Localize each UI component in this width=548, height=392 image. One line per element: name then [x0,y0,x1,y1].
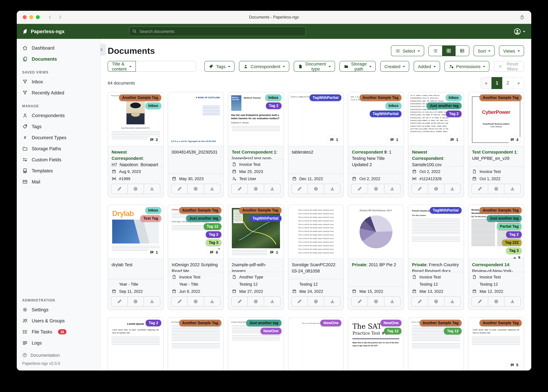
document-thumbnail[interactable]: CyberPowerPowerPanel® Business EditionUs… [469,92,524,146]
document-title[interactable]: Newest Correspondent: H7_Napoleon_Bonapa… [108,146,163,166]
comment-count-badge[interactable]: 4 [507,136,521,143]
document-thumbnail[interactable]: Test NameAnother Sample Tag [168,318,224,371]
sidebar-collapse-button[interactable] [101,44,106,56]
comment-count-badge[interactable]: 1 [447,136,461,143]
view-button[interactable] [127,297,144,306]
document-thumbnail[interactable]: Another Sample TagTagWithPartial1 [228,205,283,259]
sidebar-item-dashboard[interactable]: Dashboard [17,42,100,54]
document-card[interactable]: Francja pod rNAPOLEON BONAPARTEAnother S… [108,92,164,197]
view-button[interactable] [368,184,384,194]
document-correspondent[interactable]: Test Correspondent 1 [472,150,517,154]
tag-badge[interactable]: NewOne [260,328,281,334]
pagination-prev[interactable]: « [481,77,492,89]
document-title[interactable]: Private: French Country Bread Revised.do… [408,259,464,272]
tag-badge[interactable]: Another Sample Tag [179,320,221,326]
edit-button[interactable] [412,297,428,306]
tag-badge[interactable]: Another Sample Tag [480,94,522,101]
edit-button[interactable] [291,297,308,306]
pagination-page-2[interactable]: 2 [502,77,513,89]
view-button[interactable] [428,297,444,306]
tag-badge[interactable]: NewOne [381,320,402,326]
edit-button[interactable] [111,297,127,306]
document-card[interactable]: Test NameAnother Sample Tag [168,317,224,371]
document-card[interactable]: one,1.0five,5.0Another Sample TagInboxTa… [348,92,404,197]
tag-badge[interactable]: Just another tag [246,320,281,326]
view-button[interactable] [428,184,444,194]
grid-view-button[interactable] [442,46,455,56]
document-thumbnail[interactable]: This is a test for the double space char… [288,205,344,259]
comment-count-badge[interactable]: 6 [207,249,221,256]
detail-view-button[interactable] [455,46,469,56]
tag-badge[interactable]: Another Sample Tag [239,207,281,214]
sidebar-item-mail[interactable]: Mail [17,176,100,187]
view-button[interactable] [488,297,504,306]
download-button[interactable] [504,297,520,306]
edit-button[interactable] [352,297,368,306]
document-card[interactable]: The SATPractice Test #1Make time to take… [348,317,404,371]
filter-button-added[interactable]: Added [414,61,440,72]
edit-button[interactable] [352,184,368,194]
view-button[interactable] [247,297,264,306]
filter-button-correspondent[interactable]: Correspondent [239,61,289,72]
comment-count-badge[interactable]: 1 [267,249,281,256]
document-correspondent[interactable]: Private [412,262,426,267]
tag-badge[interactable]: Inbox [145,207,161,214]
filter-button-permissions[interactable]: Permissions [445,61,490,72]
sidebar-item-storage-paths[interactable]: Storage Paths [17,143,100,154]
document-title[interactable]: drylab Test [108,259,163,279]
filter-button-tags[interactable]: Tags [204,61,234,72]
download-button[interactable] [444,297,460,306]
tag-badge[interactable]: NewOne [321,320,341,326]
document-card[interactable]: Lorem ipsumLorem ipsum dolor sit amet, c… [468,317,524,371]
filter-button-storage-path[interactable]: Storage path [339,61,376,72]
tag-badge[interactable]: Just another tag [186,215,221,222]
tag-badge[interactable]: Inbox [265,94,281,101]
document-thumbnail[interactable]: This is a multi page document. Page 1.Ne… [288,318,344,371]
tag-badge[interactable]: Another Sample Tag [359,94,401,101]
document-card[interactable]: Another Sample TagTagWithPartial12sample… [228,205,284,310]
sort-button[interactable]: Sort [473,45,495,56]
view-button[interactable] [368,297,384,306]
view-button[interactable] [187,297,204,306]
download-button[interactable] [264,184,280,194]
sidebar-item-users-groups[interactable]: Users & Groups [17,315,100,326]
document-title[interactable]: Private: 2011 BP Pie 2 [348,259,404,286]
sidebar-item-file-tasks[interactable]: File Tasks16 [17,326,100,337]
tag-badge[interactable]: Tag 3 [206,239,221,246]
search-field-selector[interactable]: Title & content [108,61,136,72]
tag-badge[interactable]: Tag 12 [204,223,221,230]
view-button[interactable] [488,184,504,194]
tag-badge[interactable]: Another Sample Tag [419,320,461,326]
tag-badge[interactable]: Just another tag [426,103,462,109]
tag-badge[interactable]: TagWithPartial [370,111,402,117]
document-thumbnail[interactable]: Serial Number,Company Name,Employe978818… [408,92,464,146]
document-thumbnail[interactable]: Francja pod rNAPOLEON BONAPARTEAnother S… [108,92,163,146]
download-button[interactable] [204,297,220,306]
brand[interactable]: Paperless-ngx [22,28,65,34]
document-title[interactable]: Correspondent 9: 1 Testing New Title Upd… [348,146,404,174]
edit-button[interactable] [472,297,488,306]
view-button[interactable] [308,184,324,194]
document-thumbnail[interactable]: Patient BP Distribution 2011 [348,205,404,259]
tag-badge[interactable]: Tag 12 [384,328,401,334]
document-title[interactable]: InDesign 2022 Scripting Read Me [168,259,224,272]
select-button[interactable]: Select [391,45,424,56]
document-thumbnail[interactable]: Country,Region/State,TagWithPartial1 [288,92,344,146]
tag-badge[interactable]: Partial Tag [497,223,522,230]
views-button[interactable]: Views [499,45,524,56]
document-title[interactable]: Sonstige ScanPC2022 03-24_081058 [288,259,344,279]
tag-badge[interactable]: TagWithPartial [310,94,341,101]
document-title[interactable]: Test Correspondent 1: [paperless] test p… [228,146,283,159]
document-title[interactable]: Test Correspondent 1: UM_PPBE_en_v29 [469,146,524,166]
document-card[interactable]: Adobe InDesignInDesign Scripting Documen… [168,205,224,310]
view-button[interactable] [247,184,264,194]
tag-badge[interactable]: Test Tag [140,215,161,222]
tag-badge[interactable]: Tag 3 [506,247,522,254]
sidebar-item-settings[interactable]: Settings [17,304,100,315]
document-card[interactable]: This is a test for the double space char… [288,205,344,310]
document-card[interactable]: Serial Number,Company Name,Employe978818… [408,92,464,197]
document-card[interactable]: French Country BreadFor the LeavenTagWit… [408,205,464,310]
filter-button-document-type[interactable]: Document type [294,61,335,72]
document-card[interactable]: This is a multi page document. Page 1.Ne… [288,317,344,371]
download-button[interactable] [324,297,340,306]
